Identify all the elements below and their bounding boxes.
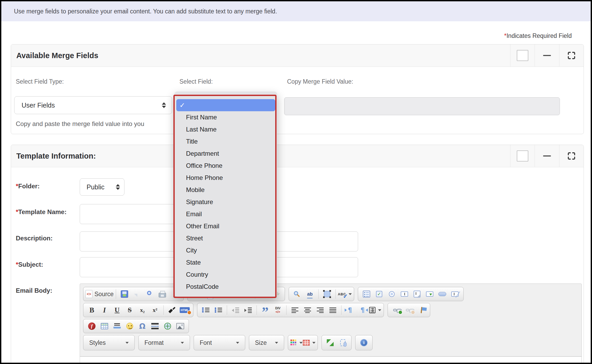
- horizontal-rule-button[interactable]: [111, 320, 123, 332]
- copy-formatting-button[interactable]: [166, 304, 178, 316]
- smiley-button[interactable]: [123, 320, 136, 332]
- toolbar-row: StylesFormatFontSizei: [83, 335, 581, 350]
- dropdown-option[interactable]: PostalCode: [176, 281, 275, 293]
- preview-button[interactable]: [143, 288, 156, 300]
- background-color-button[interactable]: [303, 337, 315, 348]
- dropdown-option[interactable]: Title: [176, 135, 275, 148]
- div-container-button[interactable]: DIV: [272, 304, 284, 316]
- about-button[interactable]: i: [358, 337, 370, 348]
- show-blocks-button[interactable]: [337, 337, 349, 348]
- dropdown-option[interactable]: Country: [176, 269, 275, 281]
- save-button[interactable]: [118, 288, 131, 300]
- dropdown-option[interactable]: Department: [176, 148, 275, 160]
- chevron-down-icon: [181, 342, 184, 344]
- dropdown-option[interactable]: City: [176, 244, 275, 256]
- dropdown-option[interactable]: Signature: [176, 196, 275, 208]
- justify-button[interactable]: [327, 304, 339, 316]
- form-button[interactable]: [360, 288, 373, 300]
- bulleted-list-button[interactable]: [212, 304, 225, 316]
- text-field-icon: [401, 291, 408, 297]
- select-field-button[interactable]: [423, 288, 436, 300]
- copy-merge-field-value-input[interactable]: [284, 97, 560, 115]
- dropdown-option[interactable]: Last Name: [176, 123, 275, 135]
- format-combo-button[interactable]: Format: [141, 336, 188, 349]
- size-combo-button[interactable]: Size: [251, 336, 282, 349]
- dropdown-option[interactable]: Email: [176, 208, 275, 220]
- anchor-button[interactable]: [415, 304, 428, 316]
- align-center-button[interactable]: [301, 304, 314, 316]
- decrease-indent-button[interactable]: [229, 304, 242, 316]
- new-page-button[interactable]: [131, 288, 143, 300]
- dropdown-option[interactable]: Other Email: [176, 220, 275, 232]
- panel-minimize-button[interactable]: [535, 44, 559, 67]
- subject-label: *Subject:: [16, 261, 43, 268]
- remove-format-button[interactable]: HTML: [178, 304, 191, 316]
- dropdown-option[interactable]: State: [176, 256, 275, 269]
- subscript-button[interactable]: x₂: [136, 304, 149, 316]
- radio-button[interactable]: [385, 288, 398, 300]
- dropdown-option[interactable]: Home Phone: [176, 172, 275, 184]
- numbered-list-button[interactable]: [199, 304, 212, 316]
- spell-check-button[interactable]: ABC: [338, 288, 352, 300]
- maximize-button[interactable]: [324, 337, 337, 348]
- dropdown-selected-option[interactable]: ✓: [176, 99, 275, 111]
- image-button-button[interactable]: [449, 288, 461, 300]
- iframe-button[interactable]: [161, 320, 174, 332]
- dropdown-option[interactable]: First Name: [176, 111, 275, 123]
- dropdown-option[interactable]: Mobile: [176, 184, 275, 196]
- available-merge-fields-panel: Available Merge Fields Select Field Type…: [11, 44, 584, 134]
- toolbar-row: BIUSx₂x²HTML”DIV¶¶: [83, 303, 581, 317]
- folder-select[interactable]: Public: [80, 178, 124, 196]
- unlink-button[interactable]: [403, 304, 415, 316]
- text-color-button[interactable]: [290, 337, 303, 348]
- panel-maximize-button[interactable]: [559, 44, 584, 67]
- italic-button[interactable]: I: [98, 304, 111, 316]
- dropdown-option[interactable]: Office Phone: [176, 160, 275, 172]
- maximize-icon: [567, 51, 576, 60]
- special-character-button[interactable]: Ω: [136, 320, 149, 332]
- description-label: Description:: [16, 235, 53, 242]
- styles-combo-button[interactable]: Styles: [86, 336, 132, 349]
- image-button[interactable]: [174, 320, 187, 332]
- toolbar-group: Size: [249, 335, 284, 350]
- checkbox-button[interactable]: ✓: [373, 288, 385, 300]
- window-controls: [510, 44, 584, 67]
- text-direction-ltr-button[interactable]: ¶: [344, 304, 356, 316]
- folder-selected-value: Public: [87, 183, 104, 191]
- find-button[interactable]: [291, 288, 304, 300]
- strikethrough-button[interactable]: S: [123, 304, 136, 316]
- spell-check-icon: ABC: [338, 292, 346, 296]
- print-button[interactable]: [156, 288, 169, 300]
- source-button[interactable]: <>Source: [86, 288, 114, 300]
- align-left-button[interactable]: [289, 304, 301, 316]
- panel-checkbox-button[interactable]: [510, 145, 535, 167]
- font-combo-button[interactable]: Font: [196, 336, 243, 349]
- field-type-select[interactable]: User Fields: [14, 96, 172, 114]
- language-button[interactable]: [369, 304, 382, 316]
- align-right-button[interactable]: [314, 304, 327, 316]
- toolbar-separator: [318, 289, 319, 299]
- increase-indent-button[interactable]: [242, 304, 254, 316]
- flash-icon: f: [88, 322, 96, 330]
- push-button-button[interactable]: [436, 288, 449, 300]
- link-button[interactable]: [390, 304, 403, 316]
- dropdown-option[interactable]: Street: [176, 232, 275, 244]
- panel-maximize-button[interactable]: [559, 145, 584, 167]
- superscript-button[interactable]: x²: [149, 304, 161, 316]
- panel-minimize-button[interactable]: [535, 145, 559, 167]
- textarea-button[interactable]: [411, 288, 423, 300]
- panel-checkbox-button[interactable]: [510, 44, 535, 67]
- text-direction-rtl-button[interactable]: ¶: [356, 304, 369, 316]
- table-button[interactable]: [98, 320, 111, 332]
- underline-button[interactable]: U: [111, 304, 123, 316]
- flash-button[interactable]: f: [86, 320, 98, 332]
- language-icon: [369, 307, 375, 313]
- required-asterisk: *: [16, 208, 18, 215]
- editor-content-area[interactable]: [80, 356, 581, 364]
- text-field-button[interactable]: [398, 288, 411, 300]
- page-break-button[interactable]: [149, 320, 161, 332]
- replace-button[interactable]: ab: [304, 288, 316, 300]
- select-all-button[interactable]: [321, 288, 333, 300]
- blockquote-button[interactable]: ”: [259, 304, 272, 316]
- bold-button[interactable]: B: [86, 304, 98, 316]
